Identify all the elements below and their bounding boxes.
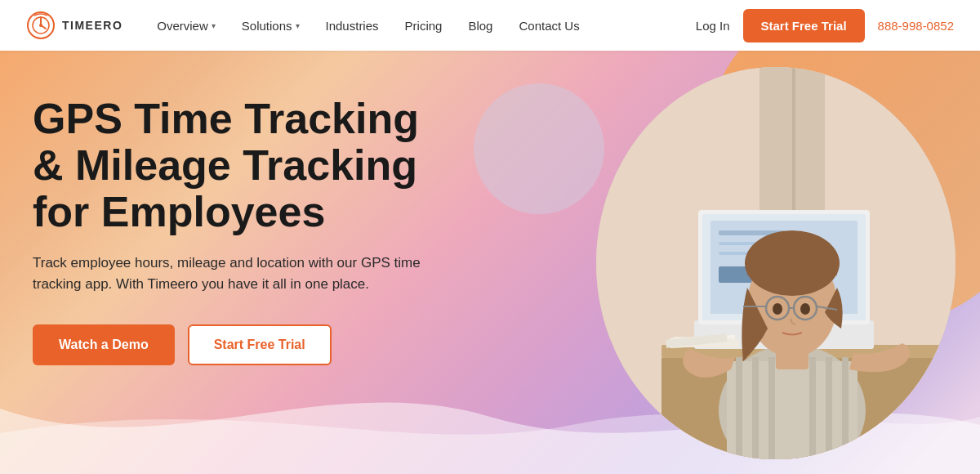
chevron-down-icon: ▾ (296, 21, 300, 30)
nav-solutions[interactable]: Solutions ▾ (230, 12, 311, 39)
hero-buttons: Watch a Demo Start Free Trial (33, 324, 441, 365)
logo-icon (26, 11, 56, 40)
hero-title: GPS Time Tracking & Mileage Tracking for… (33, 96, 441, 236)
start-trial-button[interactable]: Start Free Trial (743, 9, 865, 42)
hero-photo (596, 67, 956, 459)
hero-content: GPS Time Tracking & Mileage Tracking for… (33, 96, 441, 365)
phone-link[interactable]: 888-998-0852 (878, 19, 954, 33)
nav-pricing[interactable]: Pricing (394, 12, 454, 39)
svg-point-35 (773, 303, 782, 315)
svg-point-4 (39, 24, 42, 27)
nav-overview[interactable]: Overview ▾ (145, 12, 227, 39)
nav-links: Overview ▾ Solutions ▾ Industries Pricin… (145, 12, 696, 39)
svg-rect-20 (727, 361, 858, 459)
nav-contact[interactable]: Contact Us (507, 12, 590, 39)
logo[interactable]: TIMEERO (26, 11, 122, 40)
login-link[interactable]: Log In (696, 19, 730, 33)
person-illustration (596, 67, 956, 459)
chevron-down-icon: ▾ (212, 21, 216, 30)
navbar: TIMEERO Overview ▾ Solutions ▾ Industrie… (0, 0, 980, 51)
svg-point-36 (800, 303, 810, 315)
hero-subtitle: Track employee hours, mileage and locati… (33, 253, 441, 296)
start-free-trial-button[interactable]: Start Free Trial (188, 324, 332, 365)
decorative-circle (474, 83, 604, 214)
nav-industries[interactable]: Industries (314, 12, 390, 39)
logo-text: TIMEERO (62, 19, 122, 32)
nav-blog[interactable]: Blog (457, 12, 504, 39)
nav-right: Log In Start Free Trial 888-998-0852 (696, 9, 954, 42)
watch-demo-button[interactable]: Watch a Demo (33, 324, 175, 365)
hero-section: GPS Time Tracking & Mileage Tracking for… (0, 51, 980, 474)
